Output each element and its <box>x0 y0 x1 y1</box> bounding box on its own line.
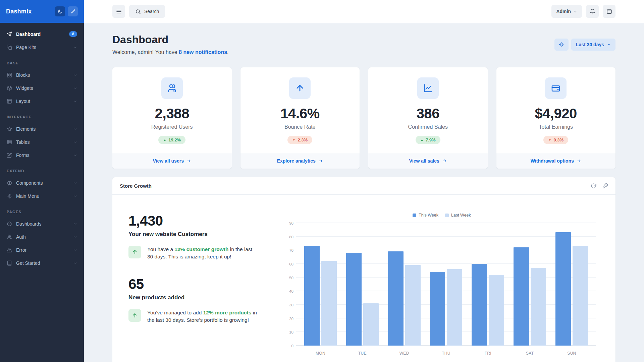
stat-card-total-earnings: $4,920 Total Earnings 0.3% Withdrawal op… <box>496 67 616 169</box>
bar-this-week <box>555 232 571 346</box>
dashboard-settings-button[interactable] <box>554 39 569 51</box>
sidebar-item-dashboard[interactable]: Dashboard8 <box>0 27 84 41</box>
users-icon <box>7 234 12 240</box>
widgets-box-icon <box>7 85 12 91</box>
sidebar-item-tables[interactable]: Tables <box>0 135 84 148</box>
sidebar-item-blocks[interactable]: Blocks <box>0 68 84 81</box>
customers-value: 1,430 <box>128 213 263 229</box>
sidebar-toggle-button[interactable] <box>112 5 125 18</box>
arrow-right-icon <box>186 159 191 163</box>
x-axis-label: MON <box>316 351 325 356</box>
chevron-down-icon <box>73 73 77 77</box>
brush-icon <box>70 9 75 14</box>
y-axis-tick: 0 <box>284 344 293 348</box>
sidebar-section-title: EXTEND <box>0 162 84 176</box>
sidebar-item-forms[interactable]: Forms <box>0 148 84 162</box>
moon-icon <box>58 9 63 14</box>
stat-label: Bounce Rate <box>284 124 316 130</box>
side-overlay-button[interactable] <box>603 5 615 18</box>
main-column: Search Admin Dashboard <box>84 0 644 362</box>
y-axis-tick: 60 <box>284 262 293 266</box>
search-button[interactable]: Search <box>129 5 165 18</box>
gear-icon <box>559 42 564 47</box>
stat-value: 386 <box>416 106 439 122</box>
arrow-right-icon <box>318 159 323 163</box>
brand-logo: Dashmix <box>6 8 32 15</box>
chevron-down-icon <box>73 86 77 90</box>
y-axis-tick: 40 <box>284 289 293 293</box>
blocks-grid-icon <box>7 72 12 78</box>
bar-group-tue: TUE <box>346 223 379 346</box>
chevron-down-icon <box>73 140 77 144</box>
wallet-icon <box>545 77 567 99</box>
explore-analytics-link[interactable]: Explore analytics <box>277 158 323 164</box>
withdrawal-options-link[interactable]: Withdrawal options <box>531 158 581 164</box>
caret-down-icon <box>292 138 296 142</box>
trend-badge: 2.3% <box>287 136 312 144</box>
sidebar-nav: Dashboard8Page KitsBASEBlocksWidgetsLayo… <box>0 23 84 274</box>
notifications-button[interactable] <box>586 5 599 18</box>
legend-swatch <box>445 214 449 217</box>
sidebar-item-label: Forms <box>16 153 30 158</box>
sidebar-item-auth[interactable]: Auth <box>0 230 84 243</box>
chevron-down-icon <box>73 127 77 131</box>
sidebar-item-layout[interactable]: Layout <box>0 95 84 108</box>
x-axis-label: SAT <box>526 351 534 356</box>
wrench-icon <box>602 183 608 189</box>
caret-up-icon <box>163 138 166 142</box>
trend-badge: 0.3% <box>543 136 568 144</box>
y-axis-tick: 70 <box>284 248 293 252</box>
notifications-link[interactable]: 8 new notifications <box>179 49 227 55</box>
welcome-text: Welcome, admin! You have 8 new notificat… <box>112 49 229 55</box>
sidebar-item-error[interactable]: Error <box>0 243 84 256</box>
panel-settings-button[interactable] <box>602 183 608 189</box>
customers-label: Your new website Customers <box>128 231 263 238</box>
bar-this-week <box>472 264 487 346</box>
theme-brush-button[interactable] <box>68 6 78 16</box>
refresh-button[interactable] <box>591 183 596 189</box>
y-axis-tick: 20 <box>284 317 293 321</box>
legend-this-week[interactable]: This Week <box>413 213 438 218</box>
sidebar-item-label: Dashboard <box>16 32 41 37</box>
sidebar-item-components[interactable]: Components <box>0 176 84 189</box>
elements-star-icon <box>7 126 12 132</box>
sidebar-item-elements[interactable]: Elements <box>0 122 84 135</box>
bar-group-sat: SAT <box>514 223 546 346</box>
sidebar-item-dashboards[interactable]: Dashboards <box>0 217 84 230</box>
paper-plane-icon <box>7 32 12 37</box>
view-all-users-link[interactable]: View all users <box>153 158 191 164</box>
bar-last-week <box>321 261 337 346</box>
chevron-down-icon <box>73 194 77 198</box>
stat-value: 2,388 <box>155 106 189 122</box>
sidebar-item-main-menu[interactable]: Main Menu <box>0 189 84 202</box>
stat-label: Total Earnings <box>539 124 573 130</box>
sidebar-item-widgets[interactable]: Widgets <box>0 81 84 95</box>
y-axis-tick: 10 <box>284 330 293 334</box>
sidebar-item-label: Get Started <box>16 260 40 266</box>
y-axis-tick: 90 <box>284 221 293 225</box>
view-all-sales-link[interactable]: View all sales <box>409 158 447 164</box>
stat-value: 14.6% <box>280 106 320 122</box>
y-axis-tick: 50 <box>284 276 293 280</box>
layout-icon <box>606 9 612 14</box>
dark-mode-button[interactable] <box>55 6 65 16</box>
sidebar-section-title: BASE <box>0 54 84 68</box>
products-label: New products added <box>128 294 263 301</box>
products-tip-text: You’ve managed to add 12% more products … <box>147 309 258 324</box>
legend-last-week[interactable]: Last Week <box>445 213 471 218</box>
chevron-down-icon <box>73 248 77 252</box>
refresh-icon <box>591 183 596 189</box>
chart-groups: MONTUEWEDTHUFRISATSUN <box>296 223 596 346</box>
chevron-down-icon <box>574 10 577 13</box>
date-range-button[interactable]: Last 30 days <box>571 39 615 51</box>
sidebar-item-page-kits[interactable]: Page Kits <box>0 41 84 54</box>
bar-group-mon: MON <box>304 223 337 346</box>
panel-title: Store Growth <box>120 183 152 189</box>
chart-plot: 0102030405060708090MONTUEWEDTHUFRISATSUN <box>296 223 596 346</box>
legend-swatch <box>413 214 416 217</box>
trend-badge: 19.2% <box>158 136 185 144</box>
sidebar-item-get-started[interactable]: Get Started <box>0 256 84 269</box>
bar-group-sun: SUN <box>555 223 588 346</box>
user-menu-button[interactable]: Admin <box>551 5 582 18</box>
arrow-up-icon <box>128 246 141 258</box>
